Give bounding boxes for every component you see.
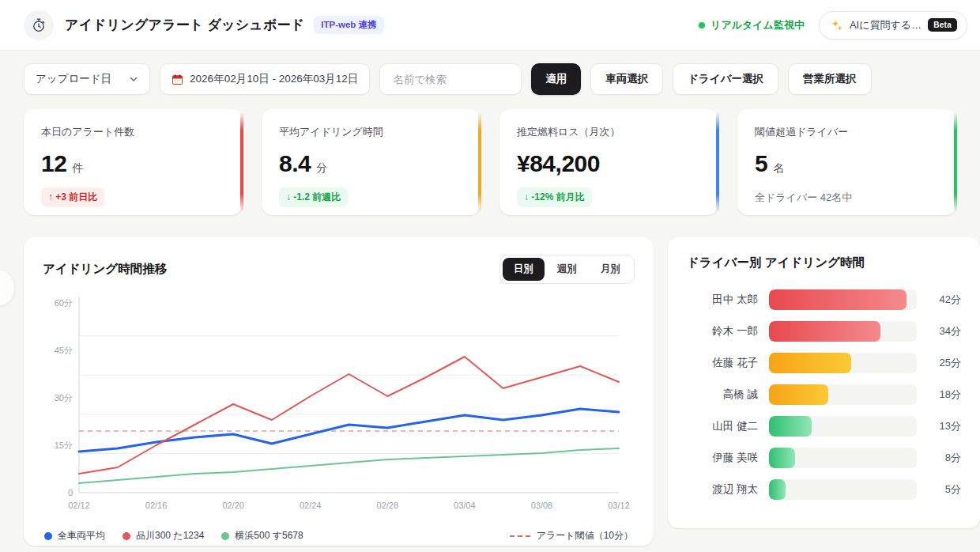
kpi-label: 本日のアラート件数 [41,125,225,139]
legend-dot-icon [221,532,229,540]
driver-row: 高橋 誠18分 [687,379,961,410]
driver-panel-title: ドライバー別 アイドリング時間 [687,255,961,271]
ask-ai-label: AIに質問する… [850,18,922,32]
driver-bar-fill [769,448,795,468]
kpi-card: 推定燃料ロス（月次）¥84,200↓ -12% 前月比 [499,109,718,215]
stopwatch-icon [24,10,54,40]
driver-row: 山田 健二13分 [687,410,961,442]
kpi-unit: 分 [316,161,327,176]
legend-label: 全車両平均 [58,529,105,543]
kpi-card: 閾値超過ドライバー5名全ドライバー 42名中 [737,109,956,215]
chevron-down-icon [129,74,138,84]
driver-row: 田中 太郎42分 [687,284,961,316]
svg-text:02/24: 02/24 [300,501,322,510]
driver-name: 山田 健二 [687,419,758,433]
kpi-value: 8.4 [279,150,311,177]
dashed-line-icon [510,535,530,537]
trend-chart-legend: 全車両平均品川300 た1234横浜500 す5678アラート閾値（10分） [43,529,635,543]
tab-日別[interactable]: 日別 [503,258,545,281]
main-content: アイドリング時間推移 日別週別月別 60分45分30分15分002/1202/1… [24,237,980,546]
date-range-picker[interactable]: 2026年02月10日 - 2026年03月12日 [160,63,370,95]
kpi-delta: 全ドライバー 42名中 [755,187,852,208]
idling-trend-panel: アイドリング時間推移 日別週別月別 60分45分30分15分002/1202/1… [24,237,654,546]
app-header: アイドリングアラート ダッシュボード ITP-web 連携 リアルタイム監視中 … [0,0,980,51]
driver-bar-track [769,289,917,310]
driver-bar-fill [769,384,828,405]
kpi-card: 本日のアラート件数12件↑ +3 前日比 [24,109,243,215]
driver-value: 18分 [926,388,961,402]
svg-text:02/28: 02/28 [377,501,399,510]
sparkles-icon [831,19,843,32]
svg-text:45分: 45分 [55,346,73,355]
legend-threshold-item: アラート閾値（10分） [510,529,633,543]
search-input[interactable] [391,73,510,86]
tab-週別[interactable]: 週別 [546,258,588,281]
vehicle-select-button[interactable]: 車両選択 [590,63,663,95]
driver-bar-track [769,353,917,373]
upload-date-dropdown[interactable]: アップロード日 [24,63,150,95]
driver-bar-track [769,416,917,437]
driver-bar-fill [769,289,906,310]
kpi-label: 閾値超過ドライバー [755,125,939,139]
office-select-button[interactable]: 営業所選択 [788,63,872,95]
kpi-delta: ↑ +3 前日比 [41,187,104,207]
svg-text:03/04: 03/04 [454,501,476,510]
driver-name: 田中 太郎 [687,293,758,307]
driver-bar-fill [769,479,786,500]
kpi-delta: ↓ -12% 前月比 [517,187,592,207]
drawer-handle[interactable] [0,270,14,305]
driver-row: 渡辺 翔太5分 [687,474,961,505]
driver-name: 佐藤 花子 [687,356,758,370]
kpi-unit: 件 [72,161,83,176]
svg-text:03/12: 03/12 [608,501,630,510]
kpi-label: 平均アイドリング時間 [279,125,463,139]
svg-text:02/12: 02/12 [68,501,90,510]
legend-item: 全車両平均 [44,529,105,543]
driver-bar-fill [769,321,880,342]
realtime-status: リアルタイム監視中 [699,18,805,32]
threshold-label: アラート閾値（10分） [537,529,633,543]
apply-button[interactable]: 適用 [531,63,581,95]
svg-text:02/16: 02/16 [145,501,168,510]
legend-label: 品川300 た1234 [136,529,204,543]
kpi-accent-stripe [954,112,957,212]
filter-bar: アップロード日 2026年02月10日 - 2026年03月12日 [24,63,956,95]
svg-text:30分: 30分 [55,393,73,403]
kpi-card-row: 本日のアラート件数12件↑ +3 前日比平均アイドリング時間8.4分↓ -1.2… [24,109,956,215]
driver-name: 渡辺 翔太 [687,482,758,497]
driver-name: 高橋 誠 [687,388,758,402]
kpi-card: 平均アイドリング時間8.4分↓ -1.2 前週比 [262,109,481,215]
driver-idling-panel: ドライバー別 アイドリング時間 田中 太郎42分鈴木 一郎34分佐藤 花子25分… [668,237,980,528]
driver-value: 34分 [926,324,961,338]
driver-value: 8分 [926,451,961,465]
driver-row: 伊藤 美咲8分 [687,442,961,474]
svg-text:60分: 60分 [55,298,73,308]
driver-bar-track [769,479,917,500]
ask-ai-button[interactable]: AIに質問する… Beta [819,11,967,40]
kpi-accent-stripe [716,112,719,212]
tab-月別[interactable]: 月別 [590,258,631,281]
driver-value: 42分 [926,293,961,307]
driver-name: 鈴木 一郎 [687,324,758,338]
realtime-status-label: リアルタイム監視中 [710,18,805,32]
legend-dot-icon [44,532,52,540]
driver-bar-track [769,321,917,342]
driver-value: 13分 [926,419,961,433]
legend-item: 品川300 た1234 [122,529,204,543]
integration-badge: ITP-web 連携 [314,16,383,34]
dashboard-page: アイドリングアラート ダッシュボード ITP-web 連携 リアルタイム監視中 … [0,0,980,552]
svg-text:03/08: 03/08 [531,501,553,510]
driver-bar-fill [769,353,851,373]
kpi-label: 推定燃料ロス（月次） [517,125,701,139]
driver-select-button[interactable]: ドライバー選択 [673,63,778,95]
driver-value: 25分 [926,356,961,370]
kpi-accent-stripe [240,112,243,212]
driver-row: 鈴木 一郎34分 [687,316,961,347]
kpi-value: 5 [755,150,767,177]
driver-bar-fill [769,416,812,437]
trend-panel-title: アイドリング時間推移 [43,261,167,278]
driver-bar-track [769,384,917,405]
trend-line-chart: 60分45分30分15分002/1202/1602/2002/2402/2803… [43,289,635,523]
name-search-field[interactable] [379,63,522,95]
legend-item: 横浜500 す5678 [221,529,303,543]
